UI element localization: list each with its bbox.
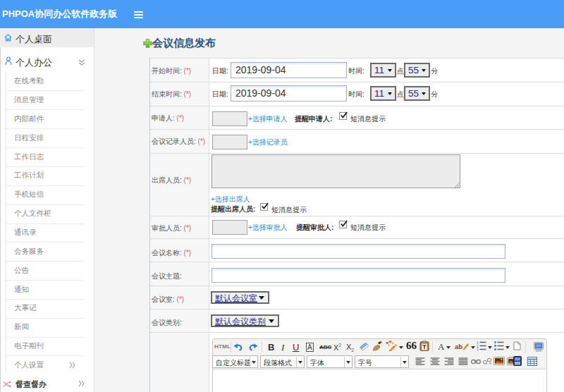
svg-text:3: 3: [477, 348, 479, 350]
